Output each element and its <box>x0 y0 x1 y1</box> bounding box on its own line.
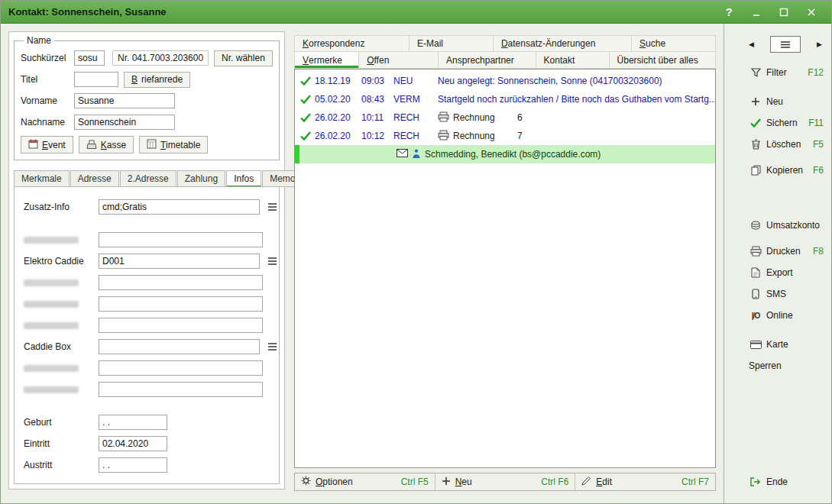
rechnung-doc: Rechnung <box>438 130 517 143</box>
subtab-kontakt[interactable]: Kontakt <box>536 52 610 68</box>
sidebar-item-umsatzkonto[interactable]: Umsatzkonto <box>749 215 824 236</box>
custom-field-input[interactable] <box>99 360 263 376</box>
field-label-blurred <box>24 386 99 393</box>
correspondence-footer: Optionen Ctrl F5 Neu Ctrl F6 Edit Ctrl F… <box>294 473 716 491</box>
vermerk-row[interactable]: 26.02.20 10:12 RECH Rechnung 7 <box>295 127 715 145</box>
plus-icon <box>442 477 451 488</box>
minimize-icon[interactable] <box>750 6 762 18</box>
correspondence-subtabs: Vermerke Offen Ansprechpartner Kontakt Ü… <box>294 52 716 69</box>
sidebar-item-online[interactable]: |/O Online <box>749 305 824 326</box>
austritt-input[interactable] <box>99 457 167 473</box>
suchkuerzel-input[interactable] <box>74 50 105 66</box>
sidebar-item-sperren[interactable]: Sperren <box>749 355 824 376</box>
eintritt-label: Eintritt <box>24 438 99 449</box>
subtab-vermerke[interactable]: Vermerke <box>295 52 359 68</box>
window-title: Kontakt: Sonnenschein, Susanne <box>8 6 167 18</box>
rechnung-doc: Rechnung <box>438 111 517 124</box>
zusatz-info-menu-button[interactable] <box>266 200 279 215</box>
pencil-icon <box>581 476 591 488</box>
sidebar-item-kopieren[interactable]: Kopieren F6 <box>749 160 824 181</box>
caddie-box-menu-button[interactable] <box>266 340 279 354</box>
nr-waehlen-button[interactable]: Nr. wählen <box>214 50 273 66</box>
close-icon[interactable] <box>805 6 817 18</box>
sidebar-item-drucken[interactable]: Drucken F8 <box>749 241 824 262</box>
subtab-ansprechpartner[interactable]: Ansprechpartner <box>439 52 536 68</box>
printer-icon <box>749 246 762 257</box>
tab-2adresse[interactable]: 2.Adresse <box>120 170 176 187</box>
sidebar-item-sms[interactable]: SMS <box>749 283 824 305</box>
sidebar-item-export[interactable]: Export <box>749 262 824 283</box>
austritt-row: Austritt <box>15 454 279 476</box>
vermerk-row[interactable]: 18.12.19 09:03 NEU Neu angelegt: Sonnens… <box>295 72 715 90</box>
tab-infos[interactable]: Infos <box>226 170 261 187</box>
zusatz-info-input[interactable] <box>99 199 260 215</box>
elektro-caddie-menu-button[interactable] <box>266 254 279 269</box>
sidebar-item-neu[interactable]: Neu <box>749 91 824 112</box>
kasse-button[interactable]: Kasse <box>79 136 134 153</box>
elektro-caddie-label: Elektro Caddie <box>24 256 99 267</box>
vermerk-row[interactable]: 05.02.20 08:43 VERM Startgeld noch zurüc… <box>295 90 715 108</box>
nachname-label: Nachname <box>21 117 74 128</box>
custom-field-input[interactable] <box>99 275 263 290</box>
optionen-button[interactable]: Optionen Ctrl F5 <box>295 473 435 490</box>
hamburger-icon <box>267 256 277 267</box>
record-menu-button[interactable] <box>770 36 801 53</box>
name-groupbox: Name Suchkürzel Nr. 041.7003.203600 Nr. … <box>14 35 280 160</box>
sidebar-item-filter[interactable]: Filter F12 <box>749 62 824 83</box>
tab-datensatz-aenderungen[interactable]: Datensatz-Änderungen <box>494 36 632 51</box>
eintritt-input[interactable] <box>99 436 167 451</box>
timetable-button[interactable]: Timetable <box>139 136 208 153</box>
event-button[interactable]: Event <box>21 136 73 153</box>
next-record-icon[interactable]: ▶ <box>817 40 822 48</box>
help-icon[interactable]: ? <box>723 6 735 18</box>
person-icon <box>413 149 420 160</box>
edit-vermerk-button[interactable]: Edit Ctrl F7 <box>575 473 715 490</box>
coins-icon <box>749 221 762 231</box>
vermerk-row[interactable]: 26.02.20 10:11 RECH Rechnung 6 <box>295 108 715 127</box>
custom-field-input[interactable] <box>99 318 263 333</box>
elektro-caddie-input[interactable] <box>99 254 260 269</box>
quick-action-buttons: Event Kasse Timetable <box>21 136 273 153</box>
field-label-blurred <box>24 237 99 244</box>
tab-email[interactable]: E-Mail <box>410 36 494 51</box>
tab-suche[interactable]: Suche <box>632 36 715 51</box>
briefanrede-button[interactable]: Briefanrede <box>124 72 190 88</box>
maximize-icon[interactable] <box>778 6 790 18</box>
eintritt-row: Eintritt <box>15 433 279 454</box>
titlebar: Kontakt: Sonnenschein, Susanne ? <box>1 1 831 24</box>
caddie-box-input[interactable] <box>99 339 260 354</box>
check-icon <box>295 131 311 141</box>
io-icon: |/O <box>749 312 762 320</box>
subtab-offen[interactable]: Offen <box>359 52 439 68</box>
tab-zahlung[interactable]: Zahlung <box>177 170 225 187</box>
envelope-icon <box>397 149 408 160</box>
sidebar-item-karte[interactable]: Karte <box>749 334 824 355</box>
sidebar-item-loeschen[interactable]: Löschen F5 <box>749 134 824 155</box>
vorname-input[interactable] <box>74 93 175 108</box>
field-label-blurred <box>24 322 99 329</box>
tab-merkmale[interactable]: Merkmale <box>14 170 70 187</box>
contact-person-row[interactable]: Schmedding, Benedikt (bs@pccaddie.com) <box>295 145 715 163</box>
custom-field-input[interactable] <box>99 382 263 397</box>
sidebar-item-ende[interactable]: Ende <box>749 471 824 493</box>
titel-input[interactable] <box>74 72 118 87</box>
custom-field-input[interactable] <box>99 232 263 247</box>
previous-record-icon[interactable]: ◀ <box>749 40 754 48</box>
geburt-input[interactable] <box>99 415 167 430</box>
nachname-input[interactable] <box>74 115 175 130</box>
phone-icon <box>749 289 762 299</box>
trash-icon <box>749 139 762 150</box>
geburt-row: Geburt <box>15 412 279 433</box>
tab-adresse[interactable]: Adresse <box>70 170 119 187</box>
custom-field-input[interactable] <box>99 296 263 312</box>
subtab-uebersicht[interactable]: Übersicht über alles <box>610 52 715 68</box>
tab-korrespondenz[interactable]: Korrespondenz <box>295 36 410 51</box>
sidebar-item-sichern[interactable]: Sichern F11 <box>749 112 824 134</box>
zusatz-info-row: Zusatz-Info <box>15 196 279 218</box>
neu-vermerk-button[interactable]: Neu Ctrl F6 <box>435 473 576 490</box>
check-icon <box>749 118 762 128</box>
field-label-blurred <box>24 279 99 286</box>
copy-icon <box>749 165 762 176</box>
calendar-icon <box>28 139 38 151</box>
plus-icon <box>749 97 762 106</box>
